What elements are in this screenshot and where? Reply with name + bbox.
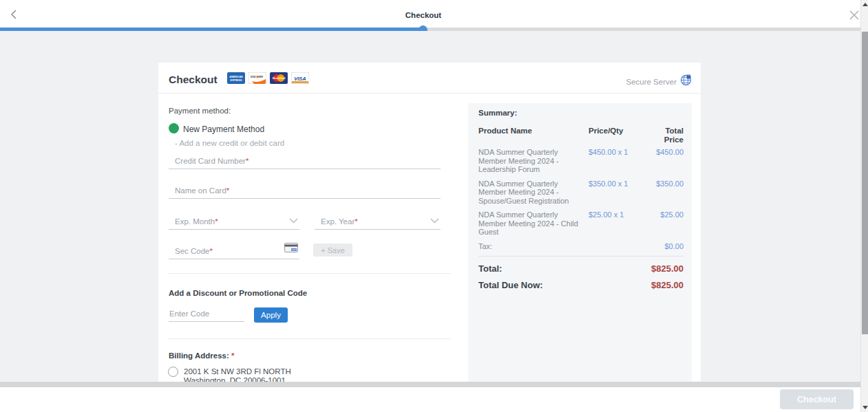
new-payment-method-label: New Payment Method — [183, 124, 264, 134]
tax-row: Tax: $0.00 — [478, 242, 684, 250]
total-due-row: Total Due Now: $825.00 — [478, 280, 684, 290]
apply-button[interactable]: Apply — [254, 307, 288, 323]
billing-heading: Billing Address: * — [169, 351, 234, 360]
discount-code-input[interactable]: Enter Code — [169, 304, 244, 322]
col-price-qty: Price/Qty — [589, 127, 647, 144]
summary-header-row: Product Name Price/Qty Total Price — [478, 127, 684, 144]
amex-icon: AMERICANEXPRESS — [227, 72, 245, 87]
discover-icon: DISC VER — [248, 72, 266, 87]
secure-server-label: Secure Server — [626, 78, 677, 86]
cvc-card-icon — [284, 243, 298, 255]
svg-text:VISA: VISA — [294, 76, 306, 82]
bottom-divider-strip — [0, 382, 860, 387]
sec-code-input[interactable]: Sec Code* — [169, 241, 299, 259]
section-divider — [169, 338, 451, 339]
total-due-label: Total Due Now: — [478, 280, 543, 290]
accepted-cards: AMERICANEXPRESS DISC VER MasterCard VISA — [227, 72, 309, 87]
content-background: Checkout AMERICANEXPRESS DISC VER Master… — [0, 31, 860, 382]
checkout-heading: Checkout — [169, 74, 218, 86]
payment-method-label: Payment method: — [169, 107, 231, 115]
summary-heading: Summary: — [478, 109, 684, 117]
chevron-down-icon — [430, 214, 439, 226]
checkout-submit-button[interactable]: Checkout — [780, 389, 854, 409]
discount-heading: Add a Discount or Promotional Code — [169, 289, 307, 297]
close-button[interactable] — [848, 9, 860, 21]
exp-month-select[interactable]: Exp. Month* — [169, 211, 299, 230]
col-product-name: Product Name — [478, 127, 582, 144]
summary-row: NDA Summer Quarterly Member Meeting 2024… — [478, 180, 684, 206]
order-summary-panel: Summary: Product Name Price/Qty Total Pr… — [468, 103, 692, 412]
mastercard-icon: MasterCard — [270, 72, 288, 87]
header-divider — [158, 93, 701, 94]
secure-globe-icon — [680, 74, 692, 89]
total-label: Total: — [478, 263, 502, 274]
address-line: 2001 K St NW 3RD Fl NORTH — [184, 367, 291, 376]
summary-row: NDA Summer Quarterly Member Meeting 2024… — [478, 210, 684, 237]
billing-address-radio[interactable] — [168, 367, 178, 377]
checkout-modal: Checkout Checkout AMERICANEXPRESS DISC V… — [0, 0, 868, 412]
new-payment-method-note: - Add a new credit or debit card — [175, 139, 284, 147]
svg-text:EXPRESS: EXPRESS — [230, 79, 242, 82]
tax-label: Tax: — [478, 242, 492, 250]
svg-text:AMERICAN: AMERICAN — [229, 76, 243, 78]
tax-value: $0.00 — [664, 242, 684, 250]
total-row: Total: $825.00 — [478, 256, 684, 274]
checkout-card: Checkout AMERICANEXPRESS DISC VER Master… — [158, 63, 701, 412]
exp-year-select[interactable]: Exp. Year* — [315, 211, 441, 230]
chevron-down-icon — [289, 214, 298, 226]
close-icon — [848, 12, 860, 23]
svg-text:MasterCard: MasterCard — [272, 77, 286, 80]
col-total-price: Total Price — [654, 127, 684, 144]
scroll-up-icon[interactable] — [862, 3, 868, 6]
vertical-scrollbar[interactable] — [860, 0, 868, 412]
credit-card-number-input[interactable]: Credit Card Number* — [169, 151, 441, 169]
scrollbar-thumb[interactable] — [862, 32, 868, 334]
visa-icon: VISA — [291, 72, 309, 87]
top-bar: Checkout — [0, 0, 860, 28]
summary-row: NDA Summer Quarterly Member Meeting 2024… — [478, 148, 684, 174]
total-value: $825.00 — [651, 263, 684, 274]
page-title: Checkout — [0, 11, 847, 19]
footer-bar: Checkout — [0, 387, 860, 412]
name-on-card-input[interactable]: Name on Card* — [169, 180, 441, 199]
total-due-value: $825.00 — [651, 280, 684, 290]
section-divider — [169, 273, 451, 274]
new-payment-method-radio[interactable] — [169, 123, 179, 133]
scroll-down-icon[interactable] — [862, 406, 868, 409]
save-card-button[interactable]: + Save — [313, 243, 352, 257]
